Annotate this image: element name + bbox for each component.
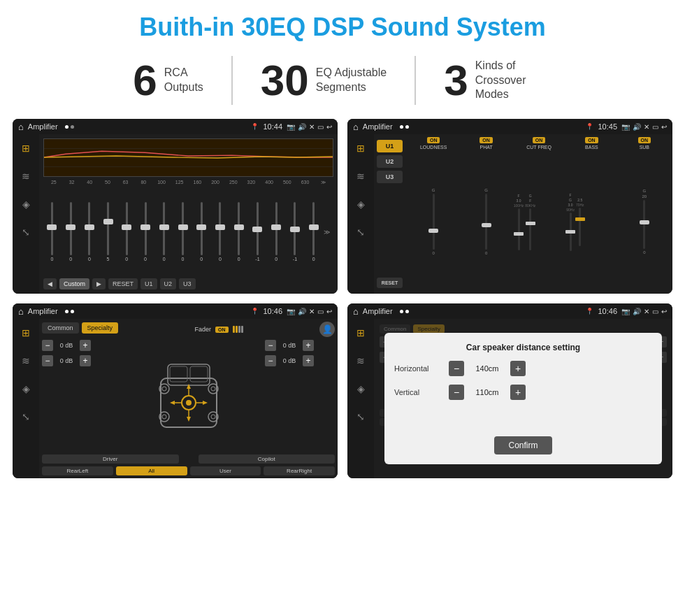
back-icon-1[interactable]: ↩ <box>326 123 332 131</box>
home-icon-1[interactable]: ⌂ <box>18 122 24 132</box>
screen1-title: Amplifier <box>28 122 58 131</box>
arrows-icon-2[interactable]: ⤡ <box>354 224 368 241</box>
slider-14[interactable]: -1 <box>287 202 304 262</box>
wave-icon-2[interactable]: ≋ <box>354 168 368 185</box>
eq-icon-1[interactable]: ⊞ <box>19 140 33 157</box>
avatar-3[interactable]: 👤 <box>319 322 335 337</box>
minus-btn-1[interactable]: − <box>42 340 53 351</box>
eq-icon-2[interactable]: ⊞ <box>354 140 368 157</box>
prev-btn[interactable]: ◀ <box>43 278 57 289</box>
plus-btn-1[interactable]: + <box>80 340 91 351</box>
plus-btn-2[interactable]: + <box>80 355 91 366</box>
bass-on: ON <box>585 137 598 143</box>
status-icons-2: 📷 🔊 ✕ ▭ ↩ <box>621 123 667 131</box>
stat-eq-label: EQ AdjustableSegments <box>316 66 387 95</box>
stats-row: 6 RCAOutputs 30 EQ AdjustableSegments 3 … <box>0 49 685 112</box>
svg-rect-7 <box>190 366 208 382</box>
speaker-icon-2[interactable]: ◈ <box>354 196 368 213</box>
loudness-label: LOUDNESS <box>420 145 447 150</box>
status-icons-4: 📷 🔊 ✕ ▭ ↩ <box>621 308 667 315</box>
plus-btn-3[interactable]: + <box>303 340 314 351</box>
eq-icon-4[interactable]: ⊞ <box>354 324 368 341</box>
slider-5[interactable]: 0 <box>118 202 136 262</box>
tab-common[interactable]: Common <box>42 322 79 334</box>
confirm-button[interactable]: Confirm <box>494 436 551 454</box>
amp-side-2: ⊞ ≋ ◈ ⤡ <box>347 134 374 294</box>
back-icon-3[interactable]: ↩ <box>326 308 332 315</box>
speaker-icon-3[interactable]: ◈ <box>20 380 33 397</box>
driver-btn[interactable]: Driver <box>42 454 179 464</box>
phat-label: PHAT <box>480 145 493 150</box>
home-icon-3[interactable]: ⌂ <box>18 306 24 317</box>
slider-3[interactable]: 0 <box>80 202 98 262</box>
slider-4[interactable]: 5 <box>99 202 117 262</box>
spk-footer-2: RearLeft All User RearRight <box>42 466 335 475</box>
dialog-title: Car speaker distance setting <box>394 343 652 352</box>
arrows-icon-4[interactable]: ⤡ <box>354 408 368 425</box>
db-val-3: 0 dB <box>279 342 300 349</box>
u2-btn-1[interactable]: U2 <box>160 278 177 289</box>
preset-u3[interactable]: U3 <box>377 171 403 183</box>
home-icon-4[interactable]: ⌂ <box>353 306 359 317</box>
eq-sliders: 0 0 0 5 0 <box>43 188 333 275</box>
preset-reset[interactable]: RESET <box>377 278 403 288</box>
plus-btn-4[interactable]: + <box>303 355 314 366</box>
horizontal-plus[interactable]: + <box>510 361 526 376</box>
slider-11[interactable]: 0 <box>230 202 247 262</box>
all-btn[interactable]: All <box>116 466 187 475</box>
back-icon-2[interactable]: ↩ <box>661 123 667 131</box>
reset-btn[interactable]: RESET <box>108 278 138 289</box>
svg-point-17 <box>186 400 192 406</box>
vertical-plus[interactable]: + <box>510 385 526 400</box>
minus-btn-2[interactable]: − <box>42 355 53 366</box>
copilot-btn[interactable]: Copilot <box>199 454 336 464</box>
eq-icon-3[interactable]: ⊞ <box>19 324 33 341</box>
user-btn[interactable]: User <box>190 466 261 475</box>
screen-amplifier: ⌂ Amplifier 📍 10:45 📷 🔊 ✕ ▭ ↩ ⊞ ≋ ◈ ⤡ <box>347 119 672 294</box>
slider-7[interactable]: 0 <box>155 202 173 262</box>
slider-12[interactable]: -1 <box>249 202 266 262</box>
slider-13[interactable]: 0 <box>268 202 285 262</box>
slider-2[interactable]: 0 <box>62 202 80 262</box>
arrows-icon-3[interactable]: ⤡ <box>19 408 33 425</box>
preset-u1[interactable]: U1 <box>377 140 403 152</box>
spk-main: Common Specialty Fader ON 👤 <box>39 319 338 478</box>
wave-icon-4[interactable]: ≋ <box>354 352 368 369</box>
speaker-icon-1[interactable]: ◈ <box>20 196 33 213</box>
slider-10[interactable]: 0 <box>212 202 229 262</box>
screen2-title: Amplifier <box>363 122 393 131</box>
stat-crossover-label: Kinds ofCrossover Modes <box>475 59 552 102</box>
fader-on[interactable]: ON <box>215 327 229 333</box>
wave-icon-1[interactable]: ≋ <box>19 168 33 185</box>
slider-9[interactable]: 0 <box>193 202 210 262</box>
screen3-title: Amplifier <box>28 307 58 315</box>
slider-8[interactable]: 0 <box>174 202 192 262</box>
rearright-btn[interactable]: RearRight <box>264 466 335 475</box>
u1-btn-1[interactable]: U1 <box>140 278 157 289</box>
home-icon-2[interactable]: ⌂ <box>353 122 359 132</box>
slider-15[interactable]: 0 <box>305 202 322 262</box>
vertical-minus[interactable]: − <box>449 385 464 400</box>
play-btn[interactable]: ▶ <box>92 278 106 289</box>
preset-u2[interactable]: U2 <box>377 155 403 168</box>
wave-icon-3[interactable]: ≋ <box>19 352 33 369</box>
tab-specialty[interactable]: Specialty <box>82 322 119 334</box>
minus-btn-3[interactable]: − <box>265 340 276 351</box>
db-val-1: 0 dB <box>56 342 77 349</box>
spk-side: ⊞ ≋ ◈ ⤡ <box>13 319 39 478</box>
slider-1[interactable]: 0 <box>43 202 61 262</box>
back-icon-4[interactable]: ↩ <box>661 308 667 315</box>
horizontal-minus[interactable]: − <box>449 361 464 376</box>
arrows-icon-1[interactable]: ⤡ <box>19 224 33 241</box>
status-icons-1: 📷 🔊 ✕ ▭ ↩ <box>287 123 332 131</box>
bass-label: BASS <box>585 145 598 150</box>
u3-btn-1[interactable]: U3 <box>179 278 196 289</box>
location-icon-4: 📍 <box>586 308 593 315</box>
custom-btn[interactable]: Custom <box>59 278 89 289</box>
eq-main: 25 32 40 50 63 80 100 125 160 200 250 32… <box>39 134 338 294</box>
speaker-icon-4[interactable]: ◈ <box>354 380 368 397</box>
slider-6[interactable]: 0 <box>137 202 154 262</box>
minus-btn-4[interactable]: − <box>265 355 276 366</box>
rearleft-btn[interactable]: RearLeft <box>42 466 113 475</box>
distance-dialog: Car speaker distance setting Horizontal … <box>384 333 662 464</box>
